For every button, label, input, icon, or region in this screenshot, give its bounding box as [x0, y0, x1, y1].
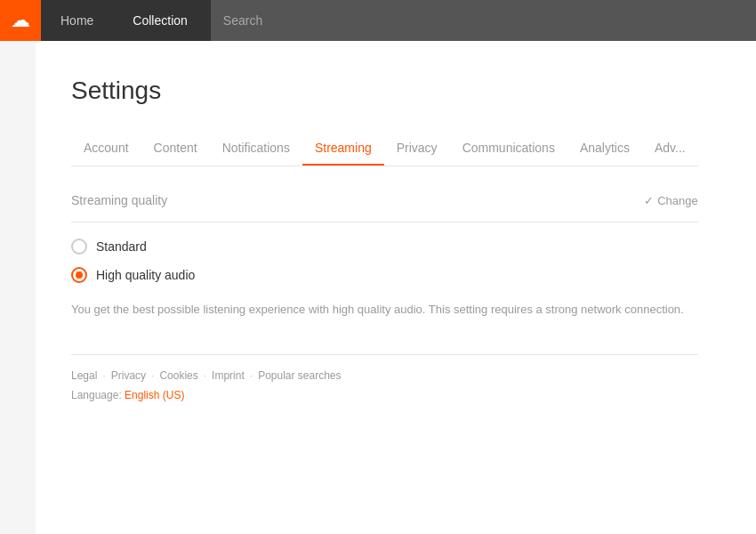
nav-links: Home Collection — [41, 0, 207, 41]
tab-content[interactable]: Content — [141, 132, 210, 166]
soundcloud-logo-icon: ☁ — [11, 11, 30, 30]
tab-analytics[interactable]: Analytics — [567, 132, 642, 166]
tab-advanced[interactable]: Adv... — [642, 132, 698, 166]
tab-streaming[interactable]: Streaming — [302, 132, 384, 166]
change-link[interactable]: ✓Change — [644, 194, 698, 207]
nav-collection[interactable]: Collection — [113, 0, 206, 41]
radio-option-high[interactable]: High quality audio — [71, 267, 698, 283]
description-text: You get the best possible listening expe… — [71, 301, 698, 319]
sidebar — [0, 41, 36, 534]
footer-link-cookies[interactable]: Cookies — [159, 369, 197, 382]
settings-tabs: Account Content Notifications Streaming … — [71, 132, 698, 166]
section-header: Streaming quality ✓Change — [71, 193, 698, 222]
footer-link-popular[interactable]: Popular searches — [258, 369, 341, 382]
radio-option-standard[interactable]: Standard — [71, 239, 698, 255]
tab-communications[interactable]: Communications — [450, 132, 567, 166]
radio-high-label: High quality audio — [96, 268, 195, 282]
language-value[interactable]: English (US) — [125, 389, 184, 401]
checkmark-icon: ✓ — [644, 194, 654, 207]
nav-home[interactable]: Home — [41, 0, 113, 41]
radio-standard-label: Standard — [96, 239, 147, 254]
page-title: Settings — [71, 77, 698, 105]
tab-account[interactable]: Account — [71, 132, 141, 166]
search-input[interactable] — [211, 0, 756, 41]
footer-links: Legal · Privacy · Cookies · Imprint · Po… — [71, 369, 698, 382]
logo[interactable]: ☁ — [0, 0, 41, 41]
radio-standard-circle — [71, 239, 87, 255]
footer-link-privacy[interactable]: Privacy — [111, 369, 146, 382]
footer-sep-4: · — [250, 369, 253, 382]
footer-sep-1: · — [102, 369, 105, 382]
tab-notifications[interactable]: Notifications — [210, 132, 302, 166]
footer-link-legal[interactable]: Legal — [71, 369, 97, 382]
footer-sep-3: · — [204, 369, 206, 382]
search-box — [211, 0, 756, 41]
footer-link-imprint[interactable]: Imprint — [212, 369, 245, 382]
radio-high-circle — [71, 267, 87, 283]
section-title: Streaming quality — [71, 193, 167, 207]
radio-options: Standard High quality audio — [71, 239, 698, 283]
footer-sep-2: · — [151, 369, 154, 382]
footer-language: Language: English (US) — [71, 389, 698, 401]
tab-privacy[interactable]: Privacy — [384, 132, 450, 166]
page-content: Settings Account Content Notifications S… — [36, 41, 734, 534]
footer: Legal · Privacy · Cookies · Imprint · Po… — [71, 354, 698, 401]
top-nav: ☁ Home Collection — [0, 0, 756, 41]
language-label: Language: — [71, 389, 122, 401]
